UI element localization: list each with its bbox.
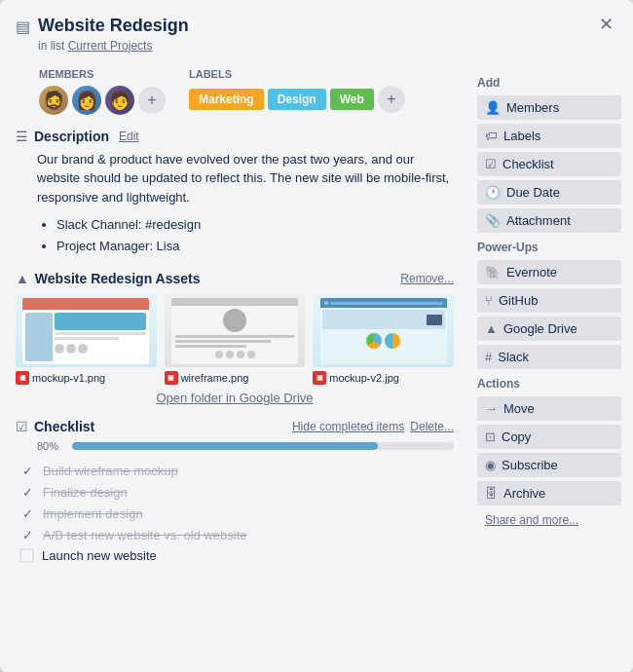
checklist-section: ☑ Checklist Hide completed items Delete.… [16,419,454,566]
avatar[interactable]: 🧔 [39,86,68,115]
card-body: Members 🧔 👩 🧑 + [0,60,633,672]
github-button[interactable]: ⑂ GitHub [477,288,621,313]
labels-row: Marketing Design Web + [189,86,405,113]
members-add-label: Members [506,100,559,115]
members-row: 🧔 👩 🧑 + [39,86,166,115]
file-icon: ▣ [165,371,178,385]
check-icon-checked[interactable]: ✓ [19,527,35,542]
move-button[interactable]: → Move [477,396,621,421]
card-list-info: in list Current Projects [38,39,595,53]
google-drive-icon: ▲ [485,321,498,336]
avatar[interactable]: 👩 [72,86,101,115]
card-title-area: Website Redesign in list Current Project… [38,16,595,53]
check-icon-unchecked[interactable] [19,548,34,563]
checklist-item: ✓ A/B test new website vs. old website [19,524,454,545]
assets-header: ▲ Website Redesign Assets Remove... [16,271,454,286]
slack-icon: # [485,350,492,364]
members-add-button[interactable]: 👤 Members [477,95,621,120]
archive-label: Archive [503,486,545,501]
github-label: GitHub [499,293,538,308]
due-date-label: Due Date [506,185,560,200]
labels-add-button[interactable]: 🏷 Labels [477,124,621,148]
thumb-preview-1[interactable] [16,294,157,367]
labels-meta-section: Labels Marketing Design Web + [189,68,405,115]
actions-section-title: Actions [477,377,621,391]
checklist-icon: ☑ [16,419,28,434]
thumb-item: ▣ wireframe.png [165,294,306,385]
close-button[interactable]: ✕ [595,16,617,33]
list-item: Slack Channel: #redesign [56,214,454,236]
evernote-button[interactable]: 🐘 Evernote [477,260,621,284]
assets-header-left: ▲ Website Redesign Assets [16,271,200,286]
attachment-button[interactable]: 📎 Attachment [477,208,621,233]
file-icon: ▣ [313,371,326,385]
file-name-3: ▣ mockup-v2.jpg [313,371,454,385]
checklist-item-text: A/B test new website vs. old website [43,528,247,542]
google-drive-label: Google Drive [503,321,577,336]
check-icon-checked[interactable]: ✓ [19,505,35,521]
list-prefix: in list [38,39,64,53]
card-modal: ▤ Website Redesign in list Current Proje… [0,0,633,672]
thumb-item: ▣ mockup-v2.jpg [313,294,454,385]
slack-label: Slack [498,350,529,364]
google-drive-button[interactable]: ▲ Google Drive [477,317,621,341]
check-icon-checked[interactable]: ✓ [19,463,35,478]
description-icon: ☰ [16,129,28,144]
main-column: Members 🧔 👩 🧑 + [0,60,469,672]
google-drive-icon: ▲ [16,271,29,286]
share-more-link[interactable]: Share and more... [477,509,621,531]
copy-label: Copy [502,429,531,444]
avatar-face: 🧑 [109,90,130,111]
archive-button[interactable]: 🗄 Archive [477,481,621,505]
checklist-item: ✓ Finalize design [19,481,454,503]
add-member-button[interactable]: + [138,87,166,114]
due-date-icon: 🕐 [485,185,501,200]
meta-row: Members 🧔 👩 🧑 + [16,68,454,115]
thumb-preview-2[interactable] [165,294,306,367]
thumb-preview-3[interactable] [313,294,454,367]
hide-completed-link[interactable]: Hide completed items [292,420,404,433]
checklist-header: ☑ Checklist Hide completed items Delete.… [16,419,454,434]
labels-add-label: Labels [503,129,540,143]
checklist-title: Checklist [34,419,94,434]
slack-button[interactable]: # Slack [477,345,621,369]
checklist-actions: Hide completed items Delete... [292,420,454,433]
members-label: Members [39,68,166,80]
move-label: Move [503,401,535,416]
description-text: Our brand & product have evolved over th… [16,150,454,207]
delete-checklist-link[interactable]: Delete... [410,420,454,433]
checklist-item-text: Launch new website [42,548,157,563]
progress-bar-fill [72,442,378,450]
file-icon: ▣ [16,371,29,385]
sidebar-column: Add 👤 Members 🏷 Labels ☑ Checklist 🕐 Due… [469,60,633,672]
avatar[interactable]: 🧑 [105,86,134,115]
remove-assets-link[interactable]: Remove... [400,272,454,285]
member-icon: 👤 [485,100,501,115]
checklist-header-left: ☑ Checklist [16,419,94,434]
add-section-title: Add [477,76,621,90]
copy-button[interactable]: ⊡ Copy [477,425,621,449]
label-web[interactable]: Web [330,89,374,110]
label-design[interactable]: Design [268,89,326,110]
check-icon-checked[interactable]: ✓ [19,484,35,500]
labels-label: Labels [189,68,405,80]
list-item: Project Manager: Lisa [56,236,454,257]
checklist-item-text: Build wireframe mockup [43,464,178,478]
powerups-section-title: Power-Ups [477,241,621,254]
progress-row: 80% [16,440,454,452]
subscribe-button[interactable]: ◉ Subscribe [477,453,621,477]
checklist-add-icon: ☑ [485,157,497,171]
checklist-add-button[interactable]: ☑ Checklist [477,152,621,176]
progress-percent: 80% [37,440,64,452]
edit-description-link[interactable]: Edit [119,130,139,143]
list-name-link[interactable]: Current Projects [68,39,153,53]
checklist-add-label: Checklist [503,157,554,171]
open-folder-link[interactable]: Open folder in Google Drive [16,391,454,405]
progress-bar-background [72,442,454,450]
card-type-icon: ▤ [16,18,30,36]
add-label-button[interactable]: + [378,86,405,113]
checklist-item: ✓ Build wireframe mockup [19,460,454,481]
label-marketing[interactable]: Marketing [189,89,264,110]
due-date-button[interactable]: 🕐 Due Date [477,180,621,205]
description-title: Description [34,129,109,144]
